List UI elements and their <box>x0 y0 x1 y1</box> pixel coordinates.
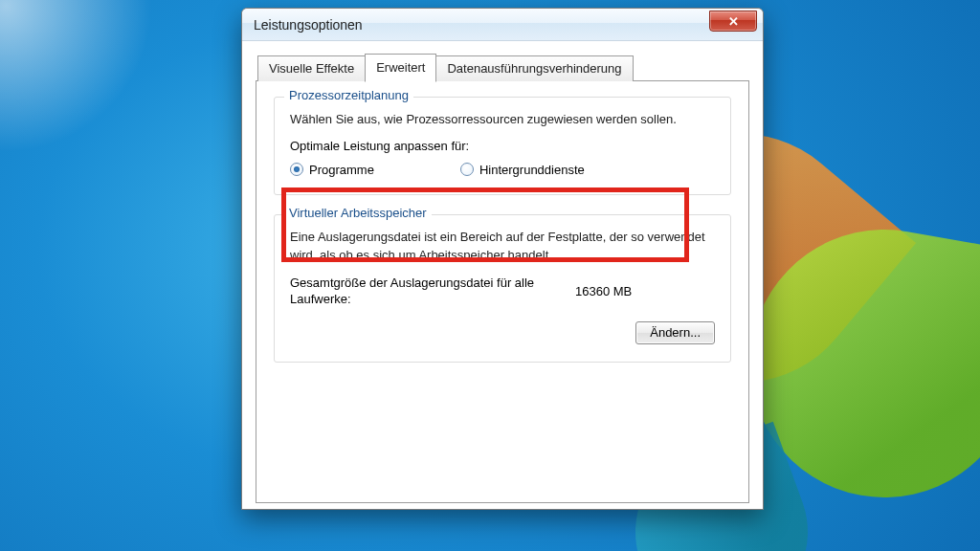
bg-flare <box>0 0 153 153</box>
radio-programs[interactable]: Programme <box>290 163 374 177</box>
radio-programs-dot-icon <box>290 163 303 176</box>
window-title: Leistungsoptionen <box>254 17 363 33</box>
radio-background-label: Hintergrunddienste <box>479 163 585 177</box>
titlebar[interactable]: Leistungsoptionen ✕ <box>242 9 763 41</box>
tab-panel-advanced: Prozessorzeitplanung Wählen Sie aus, wie… <box>256 80 749 503</box>
change-button[interactable]: Ändern... <box>635 321 715 344</box>
group-vm-legend: Virtueller Arbeitsspeicher <box>284 206 432 220</box>
vm-desc: Eine Auslagerungsdatei ist ein Bereich a… <box>290 229 715 265</box>
tab-row: Visuelle Effekte Erweitert Datenausführu… <box>256 53 749 81</box>
vm-total-value: 16360 MB <box>575 284 632 298</box>
close-icon: ✕ <box>728 14 739 29</box>
adjust-for-label: Optimale Leistung anpassen für: <box>290 139 715 153</box>
processor-desc: Wählen Sie aus, wie Prozessorressourcen … <box>290 111 715 129</box>
tab-advanced[interactable]: Erweitert <box>365 54 436 82</box>
tab-visual-effects[interactable]: Visuelle Effekte <box>257 55 366 81</box>
performance-options-dialog: Leistungsoptionen ✕ Visuelle Effekte Erw… <box>241 8 764 510</box>
group-processor-legend: Prozessorzeitplanung <box>284 88 413 102</box>
radio-background-dot-icon <box>460 163 474 176</box>
tab-dep[interactable]: Datenausführungsverhinderung <box>435 55 633 81</box>
vm-total-label: Gesamtgröße der Auslagerungsdatei für al… <box>290 275 558 308</box>
radio-programs-label: Programme <box>309 163 374 177</box>
close-button[interactable]: ✕ <box>709 11 757 32</box>
group-processor-scheduling: Prozessorzeitplanung Wählen Sie aus, wie… <box>274 97 731 195</box>
group-virtual-memory: Virtueller Arbeitsspeicher Eine Auslager… <box>274 214 731 363</box>
radio-background-services[interactable]: Hintergrunddienste <box>460 163 585 177</box>
